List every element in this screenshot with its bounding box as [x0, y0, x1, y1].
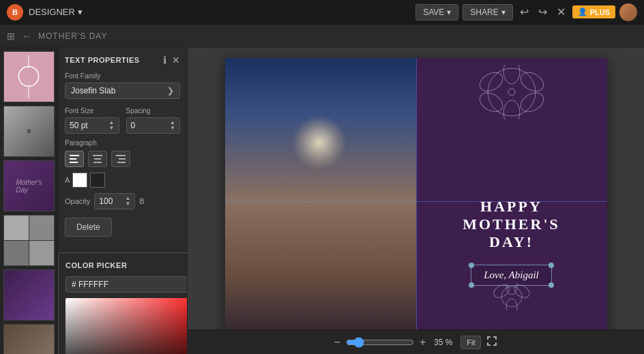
second-bar: ⊞ ← MOTHER'S DAY — [0, 25, 644, 48]
spacing-down[interactable]: ▼ — [170, 126, 175, 131]
svg-point-20 — [508, 89, 515, 95]
top-bar-actions: SAVE ▾ SHARE ▾ ↩ ↪ ✕ 👤 PLUS — [415, 3, 637, 21]
svg-rect-10 — [116, 155, 126, 156]
undo-button[interactable]: ↩ — [517, 4, 531, 20]
svg-rect-5 — [70, 158, 76, 160]
opacity-label: Opacity — [65, 197, 90, 205]
fullscreen-button[interactable] — [486, 336, 497, 349]
bottom-bar: − + 35 % Fit — [188, 329, 644, 354]
thumbnail-1[interactable] — [3, 51, 55, 102]
thumbnail-2[interactable]: ✿ — [3, 106, 55, 157]
font-size-label: Font Size — [65, 107, 119, 115]
svg-rect-31 — [487, 342, 488, 346]
opacity-down[interactable]: ▼ — [125, 201, 130, 207]
delete-button[interactable]: Delete — [65, 218, 112, 237]
paragraph-label: Paragraph — [65, 139, 180, 147]
zoom-in-button[interactable]: + — [420, 336, 426, 349]
svg-rect-11 — [119, 158, 126, 160]
svg-rect-8 — [94, 158, 101, 160]
zoom-out-button[interactable]: − — [334, 336, 340, 349]
canvas-text-day: DAY! — [463, 233, 560, 251]
svg-point-23 — [506, 299, 517, 310]
fit-button[interactable]: Fit — [460, 336, 481, 349]
thumbnail-5[interactable] — [3, 269, 55, 321]
canvas-text-signature[interactable]: Love, Abigail — [471, 265, 552, 286]
spacing-label: Spacing — [126, 107, 181, 115]
main-layout: ✿ Mother'sDay — [0, 48, 644, 354]
redo-button[interactable]: ↪ — [536, 4, 550, 20]
close-props-button[interactable]: ✕ — [172, 55, 180, 65]
user-icon: 👤 — [578, 8, 587, 16]
paragraph-align-row — [65, 151, 180, 167]
props-header: TEXT PROPERTIES ℹ ✕ — [65, 55, 180, 65]
thumbnail-6[interactable] — [3, 324, 55, 354]
props-title: TEXT PROPERTIES — [65, 56, 140, 64]
canvas-text-mothers: MOTHER'S — [463, 216, 560, 233]
color-swatch-dark[interactable] — [90, 173, 105, 188]
thumbnail-3[interactable]: Mother'sDay — [3, 160, 55, 211]
svg-rect-9 — [93, 162, 102, 163]
svg-rect-4 — [70, 155, 79, 156]
save-button[interactable]: SAVE ▾ — [415, 4, 458, 20]
svg-point-21 — [501, 286, 522, 307]
font-family-selector[interactable]: Josefin Slab ❯ — [65, 83, 180, 99]
back-icon[interactable]: ← — [22, 31, 31, 42]
svg-rect-7 — [93, 155, 102, 156]
font-family-label: Font Family — [65, 72, 180, 80]
spacing-spinner[interactable]: 0 ▲ ▼ — [126, 117, 181, 134]
svg-point-13 — [488, 68, 536, 116]
svg-point-16 — [476, 68, 506, 95]
font-size-down[interactable]: ▼ — [109, 126, 115, 131]
svg-rect-6 — [70, 162, 78, 163]
zoom-slider[interactable] — [346, 337, 414, 348]
color-row: A — [65, 173, 180, 188]
properties-panel: TEXT PROPERTIES ℹ ✕ Font Family Josefin … — [58, 48, 187, 354]
canvas-left-photo — [225, 58, 416, 344]
avatar[interactable] — [619, 3, 637, 21]
plus-badge: 👤 PLUS — [572, 5, 615, 18]
opacity-row: Opacity 100 ▲ ▼ B — [65, 193, 180, 209]
svg-rect-27 — [487, 336, 488, 340]
svg-rect-33 — [495, 342, 497, 346]
color-picker-title: COLOR PICKER — [65, 261, 127, 269]
designer-dropdown-button[interactable]: DESIGNER ▾ — [29, 7, 83, 17]
svg-point-15 — [503, 100, 520, 119]
logo: B — [7, 4, 23, 20]
canvas-wrapper: HAPPY MOTHER'S DAY! — [225, 58, 607, 344]
align-left-button[interactable] — [65, 151, 84, 167]
opacity-b-label: B — [139, 197, 144, 205]
opacity-spinner[interactable]: 100 ▲ ▼ — [94, 193, 135, 209]
thumbnail-4[interactable] — [3, 215, 55, 266]
selection-handle-br[interactable] — [548, 282, 554, 288]
share-button[interactable]: SHARE ▾ — [463, 4, 512, 20]
align-center-button[interactable] — [88, 151, 107, 167]
selection-handle-tr[interactable] — [548, 263, 554, 268]
left-panel: ✿ Mother'sDay — [0, 48, 188, 354]
hex-input[interactable] — [65, 276, 187, 293]
close-icon[interactable]: ✕ — [554, 4, 568, 20]
svg-rect-29 — [495, 336, 497, 340]
font-size-spinner[interactable]: 50 pt ▲ ▼ — [65, 117, 119, 134]
woman-photo — [225, 58, 416, 344]
top-bar: B DESIGNER ▾ SAVE ▾ SHARE ▾ ↩ ↪ ✕ 👤 PLUS — [0, 0, 644, 25]
color-swatch-white[interactable] — [72, 173, 87, 188]
grid-icon[interactable]: ⊞ — [7, 31, 15, 42]
color-a-label: A — [65, 176, 70, 184]
svg-point-19 — [517, 89, 546, 115]
color-picker-panel: COLOR PICKER ✕ ✎ — [58, 252, 187, 354]
floral-bottom — [450, 283, 573, 310]
canvas-text-happy: HAPPY — [463, 198, 560, 216]
selection-handle-tl[interactable] — [469, 263, 474, 268]
breadcrumb: MOTHER'S DAY — [38, 31, 107, 41]
design-canvas[interactable]: HAPPY MOTHER'S DAY! — [225, 58, 607, 344]
svg-point-14 — [503, 65, 520, 84]
floral-top — [450, 65, 573, 119]
svg-rect-12 — [117, 162, 126, 163]
color-gradient-box[interactable] — [65, 298, 187, 354]
thumbnail-strip: ✿ Mother'sDay — [0, 48, 58, 354]
svg-point-17 — [517, 68, 546, 95]
canvas-right-text: HAPPY MOTHER'S DAY! — [416, 58, 607, 344]
font-arrow-icon: ❯ — [167, 86, 174, 95]
info-button[interactable]: ℹ — [163, 55, 166, 65]
align-right-button[interactable] — [111, 151, 130, 167]
